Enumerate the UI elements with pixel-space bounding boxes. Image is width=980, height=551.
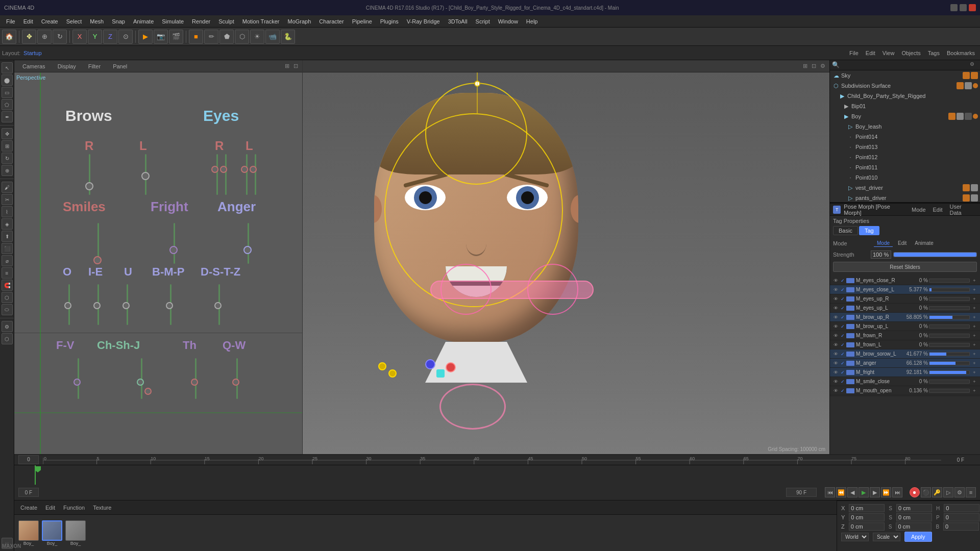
y-pos-input[interactable] [849, 513, 885, 521]
maximize-button[interactable] [960, 4, 967, 11]
morph-eye-5[interactable]: 👁 [832, 324, 839, 329]
play-btn[interactable]: ▶ [859, 487, 869, 497]
y-axis-btn[interactable]: Y [88, 30, 102, 44]
strength-bar-container[interactable] [893, 252, 977, 257]
menu-motion-tracker[interactable]: Motion Tracker [238, 17, 284, 26]
anger-slider-handle[interactable] [243, 246, 252, 254]
qw-slider-handle[interactable] [232, 379, 239, 386]
tool-rotate2[interactable]: ↻ [2, 153, 13, 164]
eye-l-slider-handle2[interactable] [250, 166, 257, 173]
morph-add-btn-1[interactable]: + [971, 287, 978, 292]
render-btn[interactable]: ▶ [138, 30, 153, 44]
morph-row-11[interactable]: 👁 ✓ M_smile_close 0 % + [830, 377, 980, 386]
morph-bar-5[interactable] [929, 324, 970, 329]
morph-bar-8[interactable] [929, 352, 970, 356]
morph-row-3[interactable]: 👁 ✓ M_eyes_up_L 0 % + [830, 304, 980, 313]
morph-eye-9[interactable]: 👁 [832, 361, 839, 366]
morph-row-13[interactable]: 👁 ✓ M_O_O_O 0 % + [830, 395, 980, 397]
morph-add-btn-3[interactable]: + [971, 306, 978, 311]
menu-sculpt[interactable]: Sculpt [214, 17, 238, 26]
eye-r-slider-handle2[interactable] [220, 166, 227, 173]
morph-eye-6[interactable]: 👁 [832, 333, 839, 338]
tree-item-bip01[interactable]: ▶ Bip01 [830, 101, 980, 111]
tree-item-point010[interactable]: · Point010 [830, 172, 980, 183]
vowel-ie-handle[interactable] [93, 302, 101, 309]
th-slider-handle[interactable] [191, 379, 198, 386]
fv-slider-handle[interactable] [74, 379, 81, 386]
menu-character[interactable]: Character [315, 17, 348, 26]
light-btn[interactable]: ☀ [250, 30, 264, 44]
morph-check-3[interactable]: ✓ [839, 306, 846, 311]
menu-vray[interactable]: V-Ray Bridge [403, 17, 444, 26]
goto-end-btn[interactable]: ⏭ [892, 487, 902, 497]
timeline-end-frame[interactable]: 90 F [786, 488, 817, 497]
morph-check-2[interactable]: ✓ [839, 296, 846, 302]
morph-add-btn-12[interactable]: + [971, 388, 978, 393]
morph-eye-11[interactable]: 👁 [832, 379, 839, 384]
apply-button[interactable]: Apply [904, 532, 932, 542]
poly-btn[interactable]: ✏ [204, 30, 218, 44]
menu-pipeline[interactable]: Pipeline [348, 17, 376, 26]
menu-select[interactable]: Select [62, 17, 86, 26]
morph-row-8[interactable]: 👁 ✓ M_brow_sorow_L 41.677 % + [830, 349, 980, 359]
record-btn[interactable]: ⏺ [910, 487, 920, 497]
morph-check-5[interactable]: ✓ [839, 324, 846, 329]
obj-manager-file-tab[interactable]: File [846, 49, 862, 57]
material-boy1[interactable]: Boy_ [18, 520, 39, 546]
morph-add-btn-7[interactable]: + [971, 342, 978, 347]
morph-row-4[interactable]: 👁 ✓ M_brow_up_R 58.805 % + [830, 313, 980, 322]
eye-l-slider-handle1[interactable] [241, 166, 248, 173]
morph-check-9[interactable]: ✓ [839, 361, 846, 366]
tool-paint[interactable]: 🖌 [2, 182, 13, 193]
obj-tree-icon1[interactable]: ⚙ [970, 61, 978, 69]
morph-eye-2[interactable]: 👁 [832, 296, 839, 302]
tree-item-child-boy[interactable]: ▶ Child_Boy_Party_Style_Rigged [830, 91, 980, 101]
x-size-input[interactable] [896, 504, 932, 512]
vowel-u-handle[interactable] [122, 302, 130, 309]
morph-check-7[interactable]: ✓ [839, 342, 846, 347]
mat-tab-edit[interactable]: Edit [43, 504, 57, 512]
obj-tree-search[interactable]: 🔍 [832, 61, 840, 69]
menu-3dtoall[interactable]: 3DToAll [444, 17, 472, 26]
tree-item-boy[interactable]: ▶ Boy [830, 111, 980, 121]
obj-manager-view-tab[interactable]: View [879, 49, 898, 57]
b-input[interactable] [943, 522, 979, 531]
morph-check-12[interactable]: ✓ [839, 388, 846, 393]
morph-add-btn-4[interactable]: + [971, 315, 978, 320]
morph-add-btn-9[interactable]: + [971, 361, 978, 366]
material-boy3[interactable]: Boy_ [65, 520, 86, 546]
tool-polygon[interactable]: ⬠ [2, 99, 13, 110]
settings-btn[interactable]: ⚙ [954, 487, 965, 497]
morph-eye-12[interactable]: 👁 [832, 388, 839, 393]
tool-rect[interactable]: ▭ [2, 87, 13, 98]
morph-bar-12[interactable] [929, 389, 970, 393]
morph-row-2[interactable]: 👁 ✓ M_eyes_up_R 0 % + [830, 294, 980, 304]
obj-manager-bookmarks-tab[interactable]: Bookmarks [944, 49, 978, 57]
morph-eye-3[interactable]: 👁 [832, 306, 839, 311]
menu-mograph[interactable]: MoGraph [283, 17, 315, 26]
morph-eye-4[interactable]: 👁 [832, 315, 839, 320]
tool-extra1[interactable]: ⚙ [2, 321, 13, 332]
morph-eye-0[interactable]: 👁 [832, 278, 839, 283]
tree-item-pants-driver[interactable]: ▷ pants_driver [830, 193, 980, 202]
vp3d-icon-2[interactable]: ⊡ [812, 63, 816, 69]
spline-btn[interactable]: ⬟ [219, 30, 234, 44]
close-button[interactable] [969, 4, 976, 11]
morph-row-12[interactable]: 👁 ✓ M_mouth_open 0.136 % + [830, 386, 980, 395]
fright-slider-handle[interactable] [169, 246, 178, 254]
morph-eye-8[interactable]: 👁 [832, 352, 839, 357]
morph-bar-3[interactable] [929, 306, 970, 310]
morph-add-btn-0[interactable]: + [971, 278, 978, 283]
y-size-input[interactable] [896, 513, 932, 521]
obj-manager-tags-tab[interactable]: Tags [925, 49, 943, 57]
mode-tab-active[interactable]: Mode [874, 240, 893, 247]
morph-check-1[interactable]: ✓ [839, 287, 846, 292]
vp-icon-1[interactable]: ⊞ [285, 63, 289, 69]
morph-bar-11[interactable] [929, 380, 970, 384]
morph-check-0[interactable]: ✓ [839, 278, 846, 283]
morph-bar-1[interactable] [929, 288, 970, 292]
vp-tab-display[interactable]: Display [54, 62, 80, 70]
edit-tab-prop[interactable]: Edit [895, 240, 910, 247]
vowel-bmp-handle[interactable] [166, 302, 173, 309]
vowel-dstz-handle[interactable] [214, 302, 222, 309]
